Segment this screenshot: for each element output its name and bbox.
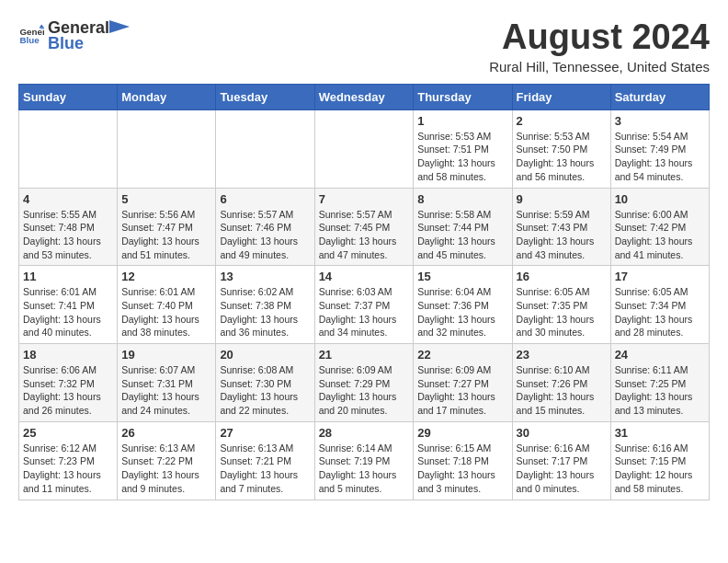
day-detail: Sunrise: 5:57 AMSunset: 7:45 PMDaylight:… [319,208,410,262]
day-detail: Sunrise: 6:05 AMSunset: 7:35 PMDaylight:… [517,285,607,339]
day-detail: Sunrise: 5:58 AMSunset: 7:44 PMDaylight:… [417,208,507,262]
calendar-header-tuesday: Tuesday [216,84,314,109]
calendar-header-saturday: Saturday [610,84,709,109]
calendar-week-5: 25Sunrise: 6:12 AMSunset: 7:23 PMDayligh… [19,421,710,500]
title-area: August 2024 Rural Hill, Tennessee, Unite… [489,18,710,75]
calendar-cell: 19Sunrise: 6:07 AMSunset: 7:31 PMDayligh… [118,344,216,422]
day-detail: Sunrise: 5:54 AMSunset: 7:49 PMDaylight:… [615,130,705,184]
day-number: 3 [615,114,705,128]
day-detail: Sunrise: 6:08 AMSunset: 7:30 PMDaylight:… [220,363,310,418]
day-detail: Sunrise: 6:00 AMSunset: 7:42 PMDaylight:… [615,208,705,262]
calendar-cell: 1Sunrise: 5:53 AMSunset: 7:51 PMDaylight… [414,109,512,188]
calendar-header-thursday: Thursday [414,84,512,109]
day-number: 24 [615,348,705,362]
calendar-cell: 22Sunrise: 6:09 AMSunset: 7:27 PMDayligh… [414,344,512,422]
day-detail: Sunrise: 5:56 AMSunset: 7:47 PMDaylight:… [121,208,211,262]
day-detail: Sunrise: 6:16 AMSunset: 7:15 PMDaylight:… [615,442,705,496]
calendar-cell: 6Sunrise: 5:57 AMSunset: 7:46 PMDaylight… [216,188,314,266]
day-detail: Sunrise: 6:01 AMSunset: 7:40 PMDaylight:… [121,285,211,339]
day-number: 16 [517,270,607,283]
calendar-header-row: SundayMondayTuesdayWednesdayThursdayFrid… [19,84,710,109]
calendar-cell: 5Sunrise: 5:56 AMSunset: 7:47 PMDaylight… [118,188,216,266]
day-detail: Sunrise: 6:11 AMSunset: 7:25 PMDaylight:… [615,363,705,418]
calendar-cell: 24Sunrise: 6:11 AMSunset: 7:25 PMDayligh… [610,344,709,422]
calendar-week-3: 11Sunrise: 6:01 AMSunset: 7:41 PMDayligh… [19,266,710,344]
calendar-header-monday: Monday [118,84,216,109]
calendar-cell [118,109,216,188]
calendar-cell: 4Sunrise: 5:55 AMSunset: 7:48 PMDaylight… [19,188,118,266]
day-number: 17 [615,270,705,283]
day-number: 31 [615,426,705,440]
day-detail: Sunrise: 6:16 AMSunset: 7:17 PMDaylight:… [517,442,607,496]
day-detail: Sunrise: 6:02 AMSunset: 7:38 PMDaylight:… [220,285,310,339]
day-number: 22 [417,348,507,362]
day-number: 4 [23,192,113,206]
calendar-cell [216,109,314,188]
calendar-week-1: 1Sunrise: 5:53 AMSunset: 7:51 PMDaylight… [19,109,710,188]
day-number: 8 [417,192,507,206]
day-detail: Sunrise: 6:06 AMSunset: 7:32 PMDaylight:… [23,363,113,418]
day-number: 26 [121,426,211,440]
calendar-cell: 17Sunrise: 6:05 AMSunset: 7:34 PMDayligh… [610,266,709,344]
day-number: 18 [23,348,113,362]
calendar-week-2: 4Sunrise: 5:55 AMSunset: 7:48 PMDaylight… [19,188,710,266]
day-detail: Sunrise: 6:14 AMSunset: 7:19 PMDaylight:… [319,442,410,496]
day-detail: Sunrise: 5:53 AMSunset: 7:50 PMDaylight:… [517,130,607,184]
day-number: 1 [417,114,507,128]
calendar-cell [314,109,414,188]
day-detail: Sunrise: 6:03 AMSunset: 7:37 PMDaylight:… [319,285,410,339]
svg-marker-4 [109,20,130,33]
day-number: 6 [220,192,310,206]
calendar-cell: 11Sunrise: 6:01 AMSunset: 7:41 PMDayligh… [19,266,118,344]
day-detail: Sunrise: 6:10 AMSunset: 7:26 PMDaylight:… [517,363,607,418]
calendar-cell: 16Sunrise: 6:05 AMSunset: 7:35 PMDayligh… [512,266,610,344]
day-detail: Sunrise: 6:09 AMSunset: 7:27 PMDaylight:… [417,363,507,418]
day-number: 7 [319,192,410,206]
day-number: 27 [220,426,310,440]
day-detail: Sunrise: 6:05 AMSunset: 7:34 PMDaylight:… [615,285,705,339]
calendar-cell: 13Sunrise: 6:02 AMSunset: 7:38 PMDayligh… [216,266,314,344]
day-number: 23 [517,348,607,362]
calendar-cell: 29Sunrise: 6:15 AMSunset: 7:18 PMDayligh… [414,421,512,500]
day-number: 28 [319,426,410,440]
main-title: August 2024 [489,18,710,57]
calendar-cell: 10Sunrise: 6:00 AMSunset: 7:42 PMDayligh… [610,188,709,266]
calendar-cell: 8Sunrise: 5:58 AMSunset: 7:44 PMDaylight… [414,188,512,266]
day-detail: Sunrise: 5:55 AMSunset: 7:48 PMDaylight:… [23,208,113,262]
calendar-cell: 25Sunrise: 6:12 AMSunset: 7:23 PMDayligh… [19,421,118,500]
calendar-cell: 20Sunrise: 6:08 AMSunset: 7:30 PMDayligh… [216,344,314,422]
day-number: 20 [220,348,310,362]
calendar-cell: 23Sunrise: 6:10 AMSunset: 7:26 PMDayligh… [512,344,610,422]
calendar-cell: 30Sunrise: 6:16 AMSunset: 7:17 PMDayligh… [512,421,610,500]
day-number: 10 [615,192,705,206]
logo: General Blue General Blue [18,18,130,53]
day-detail: Sunrise: 6:13 AMSunset: 7:21 PMDaylight:… [220,442,310,496]
day-detail: Sunrise: 6:07 AMSunset: 7:31 PMDaylight:… [121,363,211,418]
day-number: 13 [220,270,310,283]
calendar-cell [19,109,118,188]
day-number: 5 [121,192,211,206]
calendar-cell: 21Sunrise: 6:09 AMSunset: 7:29 PMDayligh… [314,344,414,422]
calendar-cell: 3Sunrise: 5:54 AMSunset: 7:49 PMDaylight… [610,109,709,188]
day-number: 29 [417,426,507,440]
day-detail: Sunrise: 6:09 AMSunset: 7:29 PMDaylight:… [319,363,410,418]
calendar-table: SundayMondayTuesdayWednesdayThursdayFrid… [18,84,710,500]
header: General Blue General Blue August 2024 Ru… [18,18,710,75]
calendar-week-4: 18Sunrise: 6:06 AMSunset: 7:32 PMDayligh… [19,344,710,422]
day-detail: Sunrise: 5:59 AMSunset: 7:43 PMDaylight:… [517,208,607,262]
calendar-cell: 9Sunrise: 5:59 AMSunset: 7:43 PMDaylight… [512,188,610,266]
calendar-cell: 27Sunrise: 6:13 AMSunset: 7:21 PMDayligh… [216,421,314,500]
calendar-cell: 2Sunrise: 5:53 AMSunset: 7:50 PMDaylight… [512,109,610,188]
day-number: 9 [517,192,607,206]
day-detail: Sunrise: 6:12 AMSunset: 7:23 PMDaylight:… [23,442,113,496]
day-number: 14 [319,270,410,283]
calendar-cell: 14Sunrise: 6:03 AMSunset: 7:37 PMDayligh… [314,266,414,344]
calendar-cell: 12Sunrise: 6:01 AMSunset: 7:40 PMDayligh… [118,266,216,344]
day-detail: Sunrise: 6:04 AMSunset: 7:36 PMDaylight:… [417,285,507,339]
calendar-cell: 28Sunrise: 6:14 AMSunset: 7:19 PMDayligh… [314,421,414,500]
calendar-cell: 7Sunrise: 5:57 AMSunset: 7:45 PMDaylight… [314,188,414,266]
day-number: 15 [417,270,507,283]
calendar-cell: 31Sunrise: 6:16 AMSunset: 7:15 PMDayligh… [610,421,709,500]
day-number: 11 [23,270,113,283]
calendar-cell: 15Sunrise: 6:04 AMSunset: 7:36 PMDayligh… [414,266,512,344]
